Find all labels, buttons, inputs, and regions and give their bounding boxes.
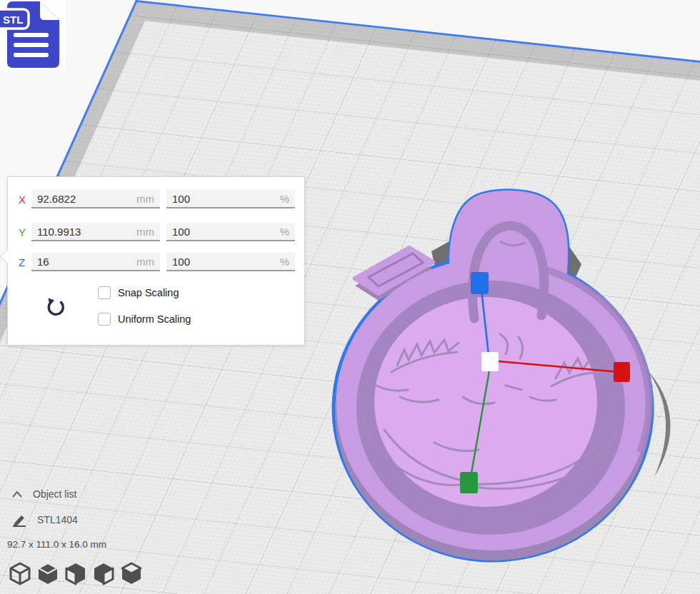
svg-text:STL: STL (3, 14, 23, 26)
mm-unit-label: mm (136, 256, 154, 268)
scale-handle-x[interactable] (614, 362, 630, 382)
model-dimensions-readout: 92.7 x 111.0 x 16.0 mm (7, 539, 106, 550)
scale-x-percent-field[interactable]: 100 % (166, 190, 295, 208)
snap-scaling-label: Snap Scaling (118, 287, 179, 298)
object-list-title: Object list (33, 488, 76, 500)
mm-unit-label: mm (136, 193, 154, 205)
scale-x-percent-value: 100 (172, 193, 190, 205)
scale-tool-panel: X 92.6822 mm 100 % Y 110.9913 mm 100 % Z (7, 176, 305, 346)
chevron-up-icon (11, 490, 23, 498)
viewport-3d[interactable]: STL X 92.6822 mm 100 % Y 110.9913 mm 100 (0, 0, 700, 594)
view-solid-button[interactable] (36, 561, 59, 585)
scale-x-mm-field[interactable]: 92.6822 mm (31, 190, 160, 208)
view-left-button[interactable] (92, 561, 115, 585)
x-axis-label: X (19, 193, 33, 206)
model-stl1404[interactable] (334, 191, 652, 560)
mm-unit-label: mm (136, 226, 154, 238)
uniform-scaling-label: Uniform Scaling (118, 313, 191, 325)
scale-z-percent-value: 100 (172, 256, 190, 268)
view-3d-cube-icon (9, 561, 31, 585)
percent-unit-label: % (280, 193, 289, 205)
stl-document-icon: STL (0, 0, 66, 70)
snap-scaling-checkbox[interactable] (98, 286, 111, 299)
scale-y-percent-field[interactable]: 100 % (166, 223, 295, 241)
view-3d-button[interactable] (9, 561, 31, 585)
scale-y-mm-field[interactable]: 110.9913 mm (31, 223, 160, 241)
uniform-scaling-row: Uniform Scaling (98, 313, 191, 326)
object-list-toggle[interactable]: Object list (11, 488, 76, 500)
view-top-cube-icon (120, 561, 143, 585)
object-name: STL1404 (37, 514, 78, 525)
scale-handle-z[interactable] (471, 272, 489, 294)
pencil-icon (11, 513, 27, 527)
z-axis-label: Z (19, 256, 33, 269)
scale-z-percent-field[interactable]: 100 % (166, 253, 295, 271)
scale-x-mm-value: 92.6822 (37, 193, 76, 205)
scale-y-percent-value: 100 (172, 226, 190, 238)
reset-scale-button[interactable] (45, 297, 66, 318)
view-top-button[interactable] (120, 561, 143, 585)
scale-z-mm-value: 16 (37, 256, 49, 268)
scale-handle-y[interactable] (460, 472, 478, 493)
object-list-item[interactable]: STL1404 (11, 513, 78, 527)
percent-unit-label: % (280, 226, 289, 238)
scale-handle-center[interactable] (481, 352, 499, 371)
snap-scaling-row: Snap Scaling (98, 286, 179, 299)
scale-z-mm-field[interactable]: 16 mm (31, 253, 160, 271)
camera-view-toolbar (9, 561, 143, 585)
rotate-ccw-icon (45, 297, 66, 318)
y-axis-label: Y (19, 226, 33, 239)
view-front-cube-icon (64, 561, 87, 585)
percent-unit-label: % (280, 256, 289, 268)
scale-y-mm-value: 110.9913 (37, 226, 81, 238)
view-left-cube-icon (92, 561, 115, 585)
stl-file-thumbnail: STL (0, 0, 66, 70)
view-front-button[interactable] (64, 561, 87, 585)
view-solid-cube-icon (36, 561, 59, 585)
uniform-scaling-checkbox[interactable] (98, 313, 111, 326)
